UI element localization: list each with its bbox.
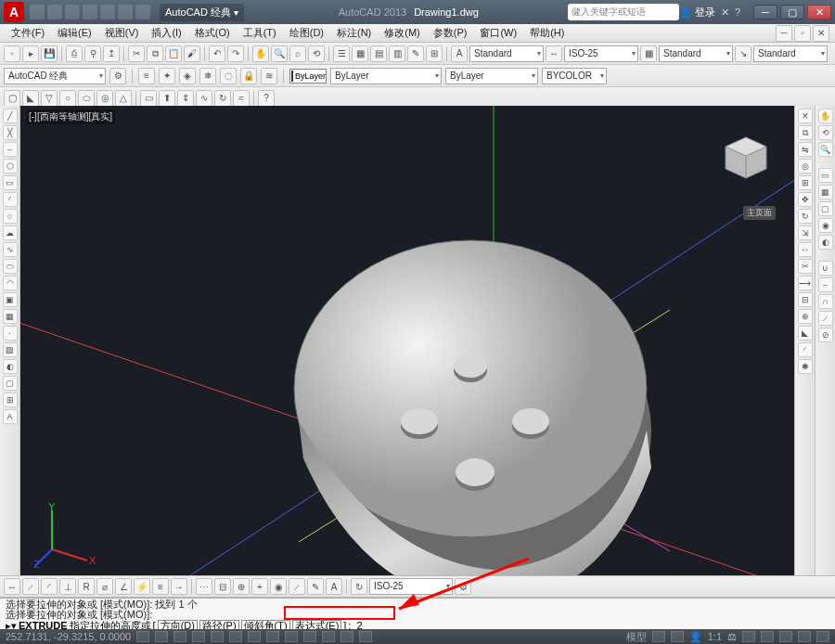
dim-tedit-icon[interactable]: A (326, 578, 342, 595)
sc-toggle[interactable] (359, 631, 372, 642)
menu-tools[interactable]: 工具(T) (238, 24, 282, 42)
layer-mgr-icon[interactable]: ≡ (138, 68, 155, 84)
doc-restore-button[interactable]: ▫ (794, 25, 811, 42)
qat-open-icon[interactable] (47, 5, 62, 19)
isolate-icon[interactable] (798, 631, 811, 642)
dim-inspect-icon[interactable]: ◉ (270, 578, 287, 595)
coord-readout[interactable]: 252.7131, -29.3215, 0.0000 (6, 631, 131, 642)
status-qv-icon[interactable] (671, 631, 684, 642)
join-icon[interactable]: ⊕ (798, 309, 813, 324)
tolerance-icon[interactable]: ⊕ (233, 578, 250, 595)
revcloud-icon[interactable]: ☁ (3, 225, 18, 240)
design-center-icon[interactable]: ▦ (352, 45, 368, 62)
point-icon[interactable]: · (3, 326, 18, 341)
make-block-icon[interactable]: ▦ (3, 309, 18, 324)
menu-file[interactable]: 文件(F) (6, 24, 50, 42)
cone-icon[interactable]: ▽ (41, 90, 58, 107)
print-icon[interactable]: ⎙ (66, 45, 83, 62)
hardware-icon[interactable] (779, 631, 792, 642)
sphere-icon[interactable]: ○ (59, 90, 76, 107)
menu-view[interactable]: 视图(V) (99, 24, 145, 42)
lwt-toggle[interactable] (303, 631, 316, 642)
layer-off-icon[interactable]: ◌ (220, 68, 237, 84)
cmd-input-value[interactable]: 2 (356, 621, 362, 629)
clean-screen-icon[interactable] (816, 631, 829, 642)
line-icon[interactable]: ╱ (3, 109, 18, 123)
circle-icon[interactable]: ○ (3, 209, 18, 224)
polar-toggle[interactable] (192, 631, 205, 642)
array-icon[interactable]: ⊞ (798, 175, 813, 190)
torus-icon[interactable]: ◎ (96, 90, 113, 107)
redo-icon[interactable]: ↷ (227, 45, 244, 62)
region-icon[interactable]: ▢ (3, 376, 18, 391)
vs-real-icon[interactable]: ◉ (818, 218, 833, 233)
vs-concept-icon[interactable]: ◐ (818, 235, 833, 250)
xline-icon[interactable]: ╳ (3, 125, 18, 140)
trim-icon[interactable]: ✂ (798, 259, 813, 274)
vs-wire-icon[interactable]: ▦ (818, 185, 833, 200)
nav-orbit-icon[interactable]: ⟲ (818, 125, 833, 140)
color-control[interactable]: ByLayer (289, 69, 327, 84)
qp-toggle[interactable] (340, 631, 353, 642)
save-icon[interactable]: 💾 (41, 45, 58, 62)
publish-icon[interactable]: ↥ (103, 45, 120, 62)
ws-switch-icon[interactable] (742, 631, 755, 642)
offset-icon[interactable]: ◎ (798, 159, 813, 174)
lineweight-dropdown[interactable]: ByLayer (445, 68, 538, 84)
layer-freeze-icon[interactable]: ❄ (199, 68, 216, 84)
osnap-toggle[interactable] (211, 631, 224, 642)
match-icon[interactable]: 🖌 (184, 45, 200, 62)
explode-icon[interactable]: ✱ (798, 359, 813, 374)
menu-draw[interactable]: 绘图(D) (284, 24, 329, 42)
3dosnap-toggle[interactable] (229, 631, 242, 642)
cut-icon[interactable]: ✂ (128, 45, 145, 62)
exchange-icon[interactable]: ✕ (721, 6, 729, 19)
linetype-dropdown[interactable]: ByLayer (330, 68, 442, 84)
snap-toggle[interactable] (136, 631, 149, 642)
pline-icon[interactable]: ～ (3, 142, 18, 157)
dim-jogged-icon[interactable]: ⟋ (289, 578, 305, 595)
text-style-dropdown[interactable]: Standard (469, 45, 544, 62)
hatch-icon[interactable]: ▨ (3, 342, 18, 357)
ortho-toggle[interactable] (173, 631, 186, 642)
spline-icon[interactable]: ∿ (3, 242, 18, 257)
cmd-opt-expression[interactable]: 表达式(E) (292, 620, 342, 629)
arc-icon[interactable]: ◜ (3, 192, 18, 207)
subtract-icon[interactable]: − (818, 277, 833, 292)
sign-in-button[interactable]: 👤 登录 (679, 6, 715, 19)
tool-palette-icon[interactable]: ▤ (370, 45, 387, 62)
extend-icon[interactable]: ⟶ (798, 276, 813, 290)
markup-icon[interactable]: ✎ (407, 45, 424, 62)
mtext-icon[interactable]: A (3, 409, 18, 424)
tablestyle-icon[interactable]: ▦ (640, 45, 657, 62)
nav-pan-icon[interactable]: ✋ (818, 109, 833, 123)
dim-baseline-icon[interactable]: ≡ (152, 578, 169, 595)
ducs-toggle[interactable] (266, 631, 279, 642)
cmd-opt-path[interactable]: 路径(P) (199, 620, 239, 629)
close-button[interactable]: ✕ (807, 5, 831, 19)
cmd-opt-direction[interactable]: 方向(D) (158, 620, 198, 629)
cmd-opt-taper[interactable]: 倾斜角(T) (241, 620, 290, 629)
open-icon[interactable]: ▸ (22, 45, 39, 62)
loft-icon[interactable]: ≈ (233, 90, 250, 107)
otrack-toggle[interactable] (248, 631, 261, 642)
ws-settings-icon[interactable]: ⚙ (109, 68, 126, 84)
doc-minimize-button[interactable]: ─ (776, 25, 792, 42)
erase-icon[interactable]: ✕ (798, 109, 813, 123)
dim-arc-icon[interactable]: ◜ (41, 578, 58, 595)
pan-icon[interactable]: ✋ (252, 45, 269, 62)
menu-format[interactable]: 格式(O) (189, 24, 236, 42)
qat-saveas-icon[interactable] (83, 5, 97, 19)
fillet-icon[interactable]: ◜ (798, 342, 813, 357)
dim-edit-icon[interactable]: ✎ (307, 578, 324, 595)
qat-redo-icon[interactable] (135, 5, 150, 19)
box-icon[interactable]: ▢ (4, 90, 20, 107)
command-prompt[interactable]: ▸▾ EXTRUDE 指定拉伸的高度或 [ 方向(D) 路径(P) 倾斜角(T)… (6, 620, 829, 629)
layer-iso-icon[interactable]: ◈ (179, 68, 196, 84)
ellipse-icon[interactable]: ⬭ (3, 259, 18, 274)
dimstyle-icon[interactable]: ↔ (546, 45, 562, 62)
menu-insert[interactable]: 插入(I) (146, 24, 186, 42)
ellipse-arc-icon[interactable]: ◠ (3, 276, 18, 290)
menu-modify[interactable]: 修改(M) (379, 24, 426, 42)
polygon-icon[interactable]: ⬡ (3, 159, 18, 174)
